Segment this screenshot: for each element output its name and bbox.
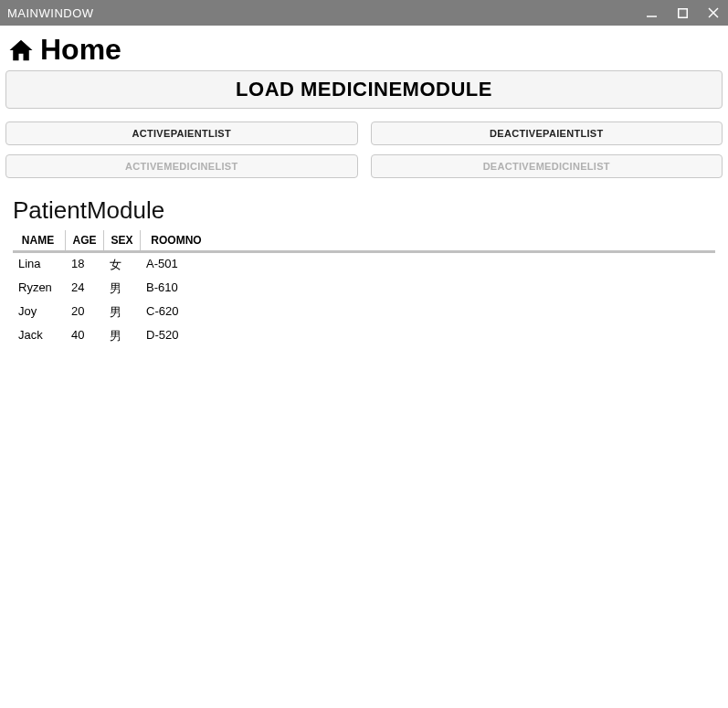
active-medicine-button: ACTIVEMEDICINELIST xyxy=(5,154,358,178)
cell-sex: 男 xyxy=(104,280,141,298)
close-icon[interactable] xyxy=(706,5,721,20)
patient-module: PatientModule NAME AGE SEX ROOMNO Lina18… xyxy=(5,187,723,348)
cell-age: 18 xyxy=(66,256,104,274)
active-patient-button[interactable]: ACTIVEPAIENTLIST xyxy=(5,122,358,145)
data-grid: NAME AGE SEX ROOMNO Lina18女A-501Ryzen24男… xyxy=(13,230,715,348)
cell-age: 20 xyxy=(66,303,104,322)
load-medicine-button[interactable]: LOAD MEDICINEMODULE xyxy=(5,70,723,109)
deactive-patient-button[interactable]: DEACTIVEPAIENTLIST xyxy=(371,122,723,145)
cell-name: Ryzen xyxy=(13,280,66,298)
cell-roomno: B-610 xyxy=(141,280,205,298)
minimize-icon[interactable] xyxy=(644,5,659,20)
cell-name: Joy xyxy=(13,303,66,322)
cell-sex: 女 xyxy=(104,256,141,274)
cell-roomno: D-520 xyxy=(141,327,205,345)
medicine-button-row: ACTIVEMEDICINELIST DEACTIVEMEDICINELIST xyxy=(5,154,723,178)
titlebar: MAINWINDOW xyxy=(0,0,728,26)
cell-sex: 男 xyxy=(104,327,141,345)
content-area: Home LOAD MEDICINEMODULE ACTIVEPAIENTLIS… xyxy=(0,26,728,348)
grid-header: NAME AGE SEX ROOMNO xyxy=(13,230,715,253)
module-title: PatientModule xyxy=(13,196,715,225)
page-header: Home xyxy=(5,31,723,70)
cell-age: 40 xyxy=(66,327,104,345)
column-header-age[interactable]: AGE xyxy=(66,230,104,250)
grid-body: Lina18女A-501Ryzen24男B-610Joy20男C-620Jack… xyxy=(13,253,715,348)
cell-name: Jack xyxy=(13,327,66,345)
column-header-sex[interactable]: SEX xyxy=(104,230,141,250)
table-row[interactable]: Lina18女A-501 xyxy=(13,253,715,277)
window-controls xyxy=(644,5,721,20)
cell-roomno: C-620 xyxy=(141,303,205,322)
cell-roomno: A-501 xyxy=(141,256,205,274)
cell-age: 24 xyxy=(66,280,104,298)
table-row[interactable]: Ryzen24男B-610 xyxy=(13,277,715,301)
maximize-icon[interactable] xyxy=(675,5,690,20)
page-title: Home xyxy=(40,33,121,67)
table-row[interactable]: Joy20男C-620 xyxy=(13,301,715,324)
window-title: MAINWINDOW xyxy=(7,6,644,20)
table-row[interactable]: Jack40男D-520 xyxy=(13,324,715,348)
patient-button-row: ACTIVEPAIENTLIST DEACTIVEPAIENTLIST xyxy=(5,122,723,145)
column-header-name[interactable]: NAME xyxy=(13,230,66,250)
deactive-medicine-button: DEACTIVEMEDICINELIST xyxy=(371,154,723,178)
column-header-roomno[interactable]: ROOMNO xyxy=(141,230,212,250)
home-icon xyxy=(7,37,35,64)
svg-rect-1 xyxy=(678,8,687,17)
cell-name: Lina xyxy=(13,256,66,274)
cell-sex: 男 xyxy=(104,303,141,322)
